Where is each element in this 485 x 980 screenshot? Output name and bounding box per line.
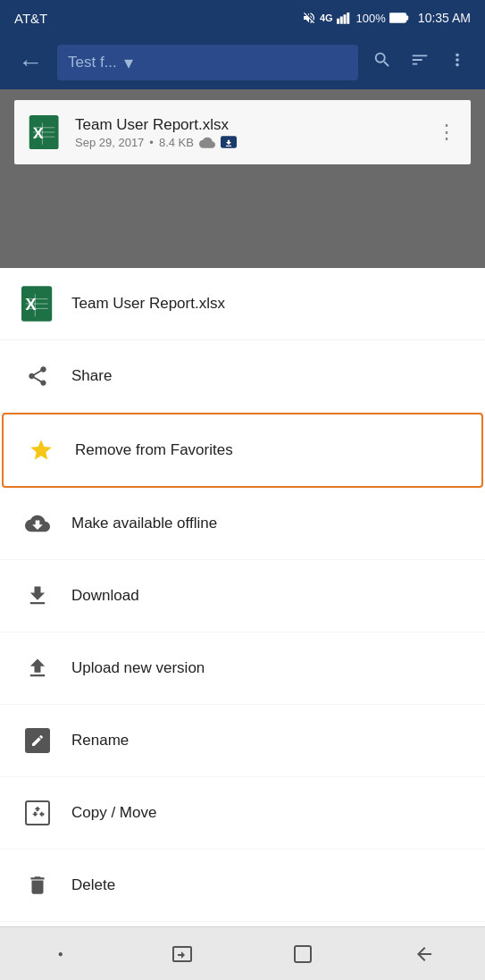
offline-icon — [18, 504, 57, 543]
menu-item-remove-favorites[interactable]: Remove from Favorites — [2, 413, 483, 488]
battery-label: 100% — [356, 12, 386, 25]
sort-button[interactable] — [403, 43, 437, 82]
delete-icon — [18, 866, 57, 905]
file-list-area: X Team User Report.xlsx Sep 29, 2017 • 8… — [0, 89, 485, 268]
app-bar: ← Test f... ▾ — [0, 36, 485, 89]
context-menu: X Team User Report.xlsx Share — [0, 268, 485, 926]
menu-item-make-offline[interactable]: Make available offline — [0, 488, 485, 560]
menu-item-rename-label: Rename — [71, 732, 129, 750]
menu-item-download[interactable]: Download — [0, 560, 485, 632]
download-badge-icon — [221, 136, 237, 148]
nav-recent-button[interactable] — [155, 927, 209, 981]
file-date: Sep 29, 2017 — [75, 136, 144, 149]
file-info: Team User Report.xlsx Sep 29, 2017 • 8.4… — [75, 116, 422, 149]
menu-item-remove-favorites-label: Remove from Favorites — [75, 441, 233, 459]
svg-rect-2 — [343, 14, 346, 24]
back-button[interactable]: ← — [11, 41, 50, 84]
file-item-row[interactable]: X Team User Report.xlsx Sep 29, 2017 • 8… — [14, 100, 471, 164]
menu-item-rename[interactable]: Rename — [0, 705, 485, 777]
menu-header-title: Team User Report.xlsx — [71, 295, 225, 313]
svg-rect-3 — [347, 13, 349, 24]
menu-item-download-label: Download — [71, 587, 139, 605]
menu-item-upload-version-label: Upload new version — [71, 659, 205, 677]
nav-dot-icon: ● — [58, 949, 63, 959]
status-bar: AT&T 4G 100% — [0, 0, 485, 36]
copy-move-icon — [18, 793, 57, 833]
svg-rect-0 — [337, 19, 339, 24]
nav-home-button[interactable] — [276, 927, 330, 981]
menu-header-file-icon: X — [18, 284, 57, 323]
svg-rect-1 — [339, 17, 342, 24]
battery-icon — [389, 13, 409, 23]
menu-item-share[interactable]: Share — [0, 340, 485, 413]
folder-title-button[interactable]: Test f... ▾ — [57, 45, 358, 80]
status-icons: 4G 100% — [302, 11, 409, 25]
nav-recent-icon — [171, 943, 193, 965]
file-meta: Sep 29, 2017 • 8.4 KB — [75, 136, 422, 149]
menu-item-delete[interactable]: Delete — [0, 850, 485, 922]
status-right: 4G 100% 10:35 AM — [302, 11, 471, 25]
menu-item-upload-version[interactable]: Upload new version — [0, 632, 485, 705]
svg-rect-19 — [295, 946, 311, 962]
menu-item-copy-move[interactable]: Copy / Move — [0, 777, 485, 850]
svg-rect-4 — [389, 13, 406, 22]
cloud-icon — [199, 136, 215, 148]
carrier-label: AT&T — [14, 11, 47, 26]
file-more-button[interactable]: ⋮ — [433, 117, 460, 147]
app-bar-actions — [365, 43, 474, 82]
svg-rect-5 — [406, 15, 408, 20]
file-separator: • — [149, 136, 154, 149]
4g-icon: 4G — [320, 13, 333, 23]
nav-home-icon — [292, 943, 314, 965]
menu-item-copy-move-label: Copy / Move — [71, 804, 156, 822]
share-icon — [18, 356, 57, 396]
folder-title-text: Test f... — [68, 54, 117, 71]
menu-item-delete-label: Delete — [71, 876, 115, 894]
more-button[interactable] — [440, 43, 474, 82]
signal-bars-icon — [337, 12, 353, 24]
file-icon-excel: X — [25, 113, 64, 152]
nav-back-icon — [414, 943, 435, 965]
menu-item-make-offline-label: Make available offline — [71, 515, 217, 532]
rename-icon — [18, 721, 57, 760]
nav-back-button[interactable] — [397, 927, 451, 981]
search-button[interactable] — [365, 43, 399, 82]
file-size: 8.4 KB — [159, 136, 194, 149]
file-name: Team User Report.xlsx — [75, 116, 422, 134]
menu-header: X Team User Report.xlsx — [0, 268, 485, 340]
chevron-down-icon: ▾ — [124, 52, 133, 73]
upload-icon — [18, 649, 57, 688]
download-icon — [18, 576, 57, 616]
nav-bar: ● — [0, 926, 485, 980]
star-icon — [21, 431, 61, 470]
nav-dot-button[interactable]: ● — [34, 927, 88, 981]
mute-icon — [302, 11, 316, 25]
menu-item-share-label: Share — [71, 367, 112, 385]
time-label: 10:35 AM — [418, 11, 471, 25]
